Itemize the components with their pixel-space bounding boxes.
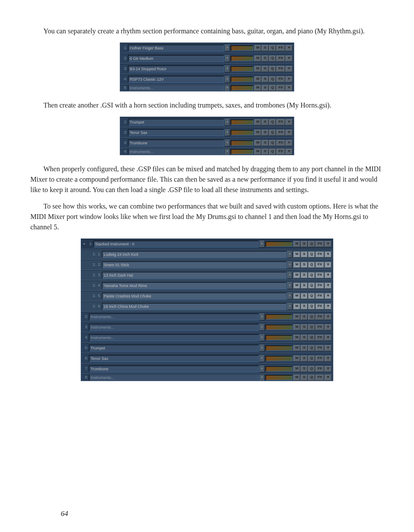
fx-button[interactable]: FX — [276, 76, 285, 82]
fx-dropdown[interactable]: ▾ — [325, 293, 332, 299]
q-button[interactable]: Q — [308, 345, 315, 351]
instrument-name-input[interactable]: Yamaha Toms Mod Rims — [102, 282, 286, 289]
dropdown-icon[interactable]: ▾ — [225, 119, 230, 126]
solo-button[interactable]: S — [301, 272, 308, 278]
solo-button[interactable]: S — [301, 324, 308, 330]
instrument-name-input[interactable]: RSP73 Classic 12V — [128, 76, 224, 83]
instrument-name-input[interactable]: Ludwig 24 Inch Kick — [102, 251, 286, 258]
dropdown-icon[interactable]: ▾ — [225, 129, 230, 136]
fx-button[interactable]: FX — [276, 55, 285, 62]
fx-button[interactable]: FX — [315, 241, 324, 247]
dropdown-icon[interactable]: ▾ — [260, 241, 265, 248]
fx-dropdown[interactable]: ▾ — [325, 324, 332, 330]
instrument-name-input[interactable]: Trumpet — [128, 119, 224, 126]
fx-button[interactable]: FX — [315, 335, 324, 341]
mute-button[interactable]: M — [293, 324, 300, 330]
q-button[interactable]: Q — [269, 76, 276, 82]
dropdown-icon[interactable]: ▾ — [260, 313, 265, 320]
fx-dropdown[interactable]: ▾ — [325, 356, 332, 362]
fx-dropdown[interactable]: ▾ — [286, 119, 292, 125]
mute-button[interactable]: M — [254, 119, 261, 125]
instrument-name-input[interactable]: Instruments... — [89, 374, 259, 381]
dropdown-icon[interactable]: ▾ — [260, 374, 265, 381]
fx-button[interactable]: FX — [315, 293, 324, 299]
mute-button[interactable]: M — [293, 314, 300, 320]
dropdown-icon[interactable]: ▾ — [287, 261, 292, 268]
solo-button[interactable]: S — [262, 45, 269, 51]
mute-button[interactable]: M — [293, 335, 300, 341]
q-button[interactable]: Q — [308, 356, 315, 362]
solo-button[interactable]: S — [301, 262, 308, 268]
q-button[interactable]: Q — [308, 375, 315, 381]
q-button[interactable]: Q — [308, 335, 315, 341]
dropdown-icon[interactable]: ▾ — [225, 85, 230, 91]
instrument-name-input[interactable]: 13 Inch Dark Hat — [102, 272, 286, 279]
fx-dropdown[interactable]: ▾ — [325, 241, 332, 247]
fx-button[interactable]: FX — [315, 251, 324, 258]
mute-button[interactable]: M — [293, 375, 300, 381]
instrument-name-input[interactable]: Stacked Instrument - 0 — [93, 241, 259, 248]
mute-button[interactable]: M — [254, 149, 261, 155]
mute-button[interactable]: M — [293, 345, 300, 351]
fx-button[interactable]: FX — [315, 324, 324, 330]
solo-button[interactable]: S — [262, 66, 269, 72]
fx-dropdown[interactable]: ▾ — [325, 366, 332, 372]
fx-dropdown[interactable]: ▾ — [286, 76, 292, 82]
dropdown-icon[interactable]: ▾ — [260, 366, 265, 372]
fx-button[interactable]: FX — [315, 366, 324, 372]
instrument-name-input[interactable]: Tenor Sax — [128, 129, 224, 136]
instrument-name-input[interactable]: Instruments... — [89, 313, 259, 320]
fx-dropdown[interactable]: ▾ — [325, 262, 332, 268]
q-button[interactable]: Q — [269, 119, 276, 125]
solo-button[interactable]: S — [301, 304, 308, 310]
solo-button[interactable]: S — [301, 366, 308, 372]
mute-button[interactable]: M — [293, 304, 300, 310]
volume-slider[interactable] — [231, 77, 253, 82]
dropdown-icon[interactable]: ▾ — [260, 345, 265, 352]
fx-button[interactable]: FX — [315, 283, 324, 289]
solo-button[interactable]: S — [262, 85, 269, 91]
mute-button[interactable]: M — [254, 85, 261, 91]
dropdown-icon[interactable]: ▾ — [260, 355, 265, 362]
dropdown-icon[interactable]: ▾ — [287, 272, 292, 279]
q-button[interactable]: Q — [308, 366, 315, 372]
solo-button[interactable]: S — [301, 283, 308, 289]
instrument-name-input[interactable]: Instruments... — [128, 85, 224, 91]
volume-slider[interactable] — [231, 140, 253, 146]
fx-button[interactable]: FX — [315, 262, 324, 268]
mute-button[interactable]: M — [293, 293, 300, 299]
fx-dropdown[interactable]: ▾ — [325, 283, 332, 289]
mute-button[interactable]: M — [254, 130, 261, 136]
q-button[interactable]: Q — [269, 66, 276, 72]
fx-dropdown[interactable]: ▾ — [286, 55, 292, 62]
volume-slider[interactable] — [266, 325, 292, 330]
fx-dropdown[interactable]: ▾ — [286, 85, 292, 91]
fx-dropdown[interactable]: ▾ — [286, 140, 292, 146]
fx-button[interactable]: FX — [276, 140, 285, 146]
fx-dropdown[interactable]: ▾ — [325, 251, 332, 258]
fx-button[interactable]: FX — [276, 85, 285, 91]
mute-button[interactable]: M — [293, 241, 300, 247]
fx-button[interactable]: FX — [276, 66, 285, 72]
dropdown-icon[interactable]: ▾ — [287, 303, 292, 310]
mute-button[interactable]: M — [254, 66, 261, 72]
dropdown-icon[interactable]: ▾ — [260, 324, 265, 331]
fx-dropdown[interactable]: ▾ — [325, 375, 332, 381]
q-button[interactable]: Q — [308, 283, 315, 289]
volume-slider[interactable] — [231, 66, 253, 72]
volume-slider[interactable] — [231, 130, 253, 135]
solo-button[interactable]: S — [262, 130, 269, 136]
dropdown-icon[interactable]: ▾ — [225, 76, 230, 83]
fx-dropdown[interactable]: ▾ — [325, 345, 332, 351]
mute-button[interactable]: M — [293, 366, 300, 372]
solo-button[interactable]: S — [301, 251, 308, 258]
solo-button[interactable]: S — [262, 149, 269, 155]
dropdown-icon[interactable]: ▾ — [225, 148, 230, 155]
q-button[interactable]: Q — [308, 304, 315, 310]
mute-button[interactable]: M — [293, 283, 300, 289]
fx-dropdown[interactable]: ▾ — [286, 66, 292, 72]
fx-button[interactable]: FX — [276, 45, 285, 51]
q-button[interactable]: Q — [269, 130, 276, 136]
instrument-name-input[interactable]: Instruments... — [89, 334, 259, 341]
instrument-name-input[interactable]: Paiste Crashes Mod Choke — [102, 293, 286, 300]
